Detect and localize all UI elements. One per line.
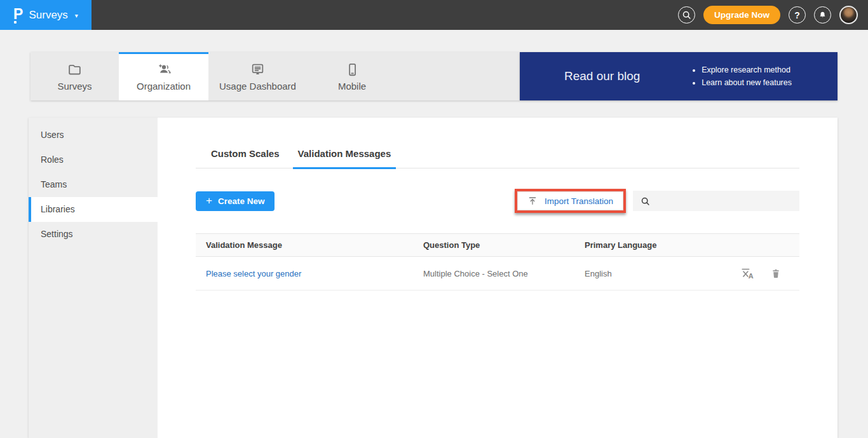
banner-bullet: Learn about new features: [702, 78, 792, 87]
question-mark-icon: ?: [794, 10, 800, 20]
chevron-down-icon: ▾: [75, 11, 78, 19]
delete-button[interactable]: [770, 267, 782, 280]
search-input[interactable]: [655, 196, 799, 206]
translate-button[interactable]: A: [740, 267, 755, 280]
user-avatar[interactable]: [839, 6, 858, 24]
top-bar: P Surveys ▾ Upgrade Now ?: [0, 0, 868, 30]
table-search-box[interactable]: [633, 191, 799, 211]
sidebar-item-libraries[interactable]: Libraries: [29, 197, 158, 222]
import-translation-label: Import Translation: [545, 196, 613, 206]
primary-language-cell: English: [585, 269, 717, 278]
tab-custom-scales[interactable]: Custom Scales: [206, 148, 285, 169]
question-type-cell: Multiple Choice - Select One: [423, 269, 585, 278]
tab-validation-messages[interactable]: Validation Messages: [293, 148, 397, 169]
bell-icon: [818, 10, 827, 20]
column-header-question-type: Question Type: [423, 240, 585, 250]
nav-tab-organization[interactable]: Organization: [119, 52, 208, 100]
topbar-actions: Upgrade Now ?: [678, 6, 868, 24]
nav-tab-label: Organization: [137, 81, 191, 92]
nav-tab-label: Surveys: [57, 81, 92, 92]
questionpro-logo-icon: P: [13, 7, 23, 24]
banner-bullet: Explore research method: [702, 65, 792, 74]
table-row: Please select your gender Multiple Choic…: [196, 257, 799, 291]
upgrade-now-button[interactable]: Upgrade Now: [703, 6, 780, 24]
nav-tab-usage-dashboard[interactable]: Usage Dashboard: [208, 52, 307, 100]
plus-icon: +: [206, 195, 212, 207]
nav-tab-label: Usage Dashboard: [219, 81, 296, 92]
create-new-label: Create New: [218, 196, 265, 206]
svg-text:A: A: [749, 272, 754, 280]
row-actions: A: [717, 267, 799, 280]
folder-icon: [67, 62, 83, 78]
libraries-content: Custom Scales Validation Messages + Crea…: [158, 118, 837, 438]
search-icon: [641, 196, 650, 206]
notifications-button[interactable]: [814, 6, 831, 24]
trash-icon: [770, 267, 782, 280]
search-button[interactable]: [678, 6, 695, 24]
column-header-primary-language: Primary Language: [585, 240, 717, 250]
nav-tab-mobile[interactable]: Mobile: [307, 52, 397, 100]
nav-tab-surveys[interactable]: Surveys: [31, 52, 119, 100]
sidebar-item-users[interactable]: Users: [29, 123, 158, 147]
import-translation-highlight: Import Translation: [515, 189, 626, 213]
sidebar-item-settings[interactable]: Settings: [29, 222, 158, 247]
main-card: Users Roles Teams Libraries Settings Cus…: [29, 118, 837, 438]
main-nav-tabs: Surveys Organization Usage Dashboard Mob…: [31, 52, 520, 100]
validation-messages-table: Validation Message Question Type Primary…: [196, 233, 799, 291]
banner-bullet-list: Explore research method Learn about new …: [692, 62, 792, 91]
translate-icon: A: [740, 267, 755, 280]
mobile-icon: [344, 62, 360, 78]
product-switcher[interactable]: P Surveys ▾: [0, 0, 92, 30]
sidebar-item-roles[interactable]: Roles: [29, 147, 158, 172]
help-button[interactable]: ?: [789, 6, 806, 24]
sidebar-item-teams[interactable]: Teams: [29, 172, 158, 197]
table-header-row: Validation Message Question Type Primary…: [196, 233, 799, 257]
column-header-validation-message: Validation Message: [196, 240, 423, 250]
import-translation-button[interactable]: Import Translation: [517, 191, 623, 210]
actions-row: + Create New Import Translation: [196, 188, 799, 214]
product-label: Surveys: [29, 9, 67, 22]
upload-icon: [527, 196, 538, 206]
blog-banner[interactable]: Read our blog Explore research method Le…: [520, 52, 837, 100]
create-new-button[interactable]: + Create New: [196, 191, 275, 211]
dashboard-icon: [250, 62, 266, 78]
upgrade-now-label: Upgrade Now: [714, 10, 770, 20]
library-tabs: Custom Scales Validation Messages: [196, 148, 799, 168]
add-people-icon: [156, 61, 172, 78]
settings-sidebar: Users Roles Teams Libraries Settings: [29, 118, 158, 438]
search-icon: [682, 10, 691, 20]
right-actions: Import Translation: [515, 189, 799, 213]
banner-title: Read our blog: [564, 69, 640, 83]
nav-tab-label: Mobile: [338, 81, 366, 92]
validation-message-link[interactable]: Please select your gender: [206, 269, 301, 278]
